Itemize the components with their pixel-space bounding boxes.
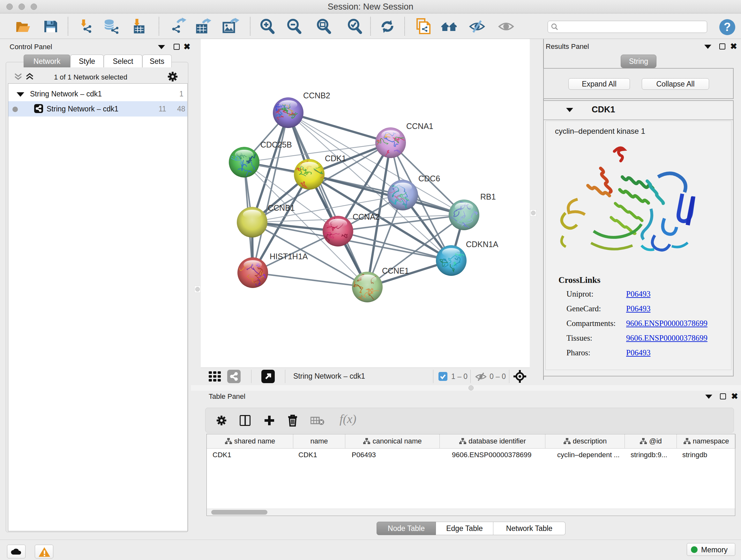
svg-text:CCNA1: CCNA1 [406, 122, 433, 131]
svg-text:CCNE1: CCNE1 [382, 266, 409, 275]
svg-text:HIST1H1A: HIST1H1A [270, 252, 308, 261]
svg-text:CDK1: CDK1 [325, 154, 346, 163]
svg-text:CDC25B: CDC25B [260, 140, 292, 149]
svg-text:?: ? [724, 20, 731, 34]
svg-text:RB1: RB1 [480, 192, 496, 201]
svg-text:CDC6: CDC6 [418, 174, 440, 183]
svg-text:CCNA2: CCNA2 [353, 212, 380, 221]
svg-text:CCNB2: CCNB2 [303, 91, 330, 100]
svg-text:CDKN1A: CDKN1A [466, 240, 498, 249]
svg-text:CCNB1: CCNB1 [268, 203, 295, 212]
